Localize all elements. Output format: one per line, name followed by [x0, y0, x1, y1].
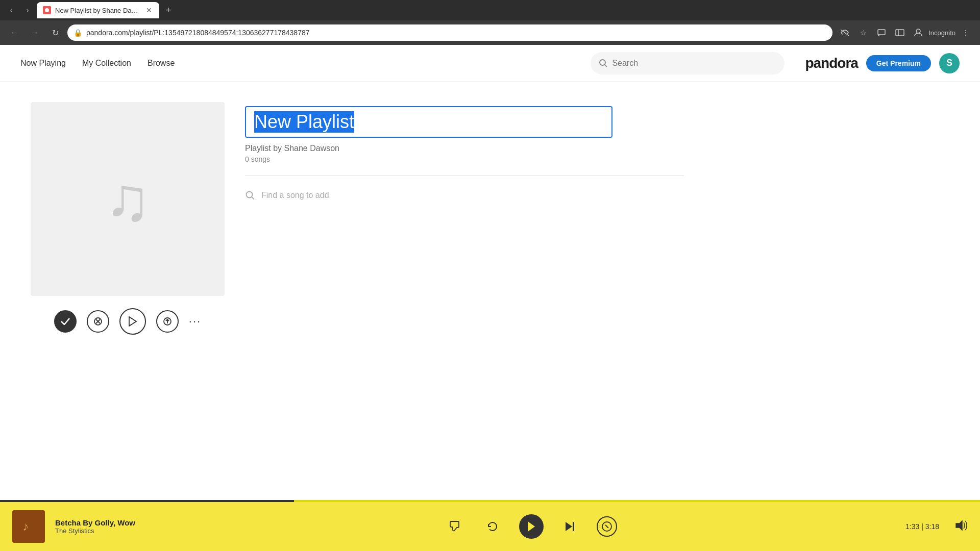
profile-icon[interactable] — [910, 24, 926, 41]
refresh-button[interactable]: ↻ — [47, 24, 63, 41]
album-controls: ··· — [54, 308, 201, 335]
svg-line-21 — [605, 525, 608, 528]
user-avatar[interactable]: S — [939, 53, 960, 73]
player-bar: ♪ Betcha By Golly, Wow The Stylistics 1:… — [0, 502, 980, 551]
main-content: ♫ ··· Playlist by Shane Da — [0, 82, 980, 355]
album-art-section: ♫ ··· — [31, 102, 225, 335]
more-button[interactable]: ··· — [189, 315, 201, 328]
find-song-placeholder: Find a song to add — [261, 191, 329, 200]
svg-rect-2 — [896, 30, 904, 36]
search-bar[interactable] — [591, 52, 785, 74]
search-input[interactable] — [612, 59, 776, 68]
tab-nav-back[interactable]: ‹ — [4, 3, 18, 17]
music-note-icon: ♫ — [105, 164, 151, 234]
playlist-by: Playlist by Shane Dawson — [245, 144, 949, 153]
now-playing-link[interactable]: Now Playing — [20, 59, 66, 68]
skip-forward-button[interactable] — [560, 516, 580, 537]
svg-line-14 — [252, 197, 254, 199]
cast-icon[interactable] — [873, 24, 890, 41]
playlist-info: Playlist by Shane Dawson 0 songs Find a … — [245, 102, 949, 335]
url-text: pandora.com/playlist/PL:1354972180848495… — [86, 29, 826, 37]
svg-rect-15 — [18, 516, 39, 537]
svg-text:♪: ♪ — [22, 519, 29, 533]
address-bar: ← → ↻ 🔒 pandora.com/playlist/PL:13549721… — [0, 20, 980, 45]
player-controls — [167, 514, 895, 539]
time-display: 1:33 | 3:18 — [905, 522, 939, 531]
my-collection-link[interactable]: My Collection — [82, 59, 131, 68]
browser-chrome: ‹ › New Playlist by Shane Dawson ✕ + ← →… — [0, 0, 980, 45]
svg-line-6 — [605, 64, 607, 67]
forward-button[interactable]: → — [27, 24, 43, 41]
mute-button[interactable] — [597, 516, 617, 537]
now-playing-title: Betcha By Golly, Wow — [55, 518, 157, 527]
tab-favicon — [43, 6, 51, 14]
app-container: Now Playing My Collection Browse pandora… — [0, 45, 980, 502]
nav-links: Now Playing My Collection Browse — [20, 59, 570, 68]
svg-point-4 — [916, 29, 920, 33]
browse-link[interactable]: Browse — [148, 59, 175, 68]
replay-button[interactable] — [482, 516, 503, 537]
new-tab-button[interactable]: + — [161, 3, 176, 17]
search-icon — [599, 59, 608, 68]
svg-marker-17 — [528, 521, 535, 532]
svg-point-13 — [247, 192, 253, 198]
lock-icon: 🔒 — [74, 29, 82, 37]
svg-rect-19 — [573, 522, 574, 531]
sidebar-icon[interactable] — [892, 24, 908, 41]
url-bar[interactable]: 🔒 pandora.com/playlist/PL:13549721808484… — [67, 24, 832, 41]
bookmark-icon[interactable]: ☆ — [855, 24, 871, 41]
menu-icon[interactable]: ⋮ — [958, 24, 974, 41]
now-playing-info: Betcha By Golly, Wow The Stylistics — [55, 518, 157, 535]
volume-button[interactable] — [955, 520, 968, 533]
svg-marker-18 — [566, 522, 572, 531]
tab-close-button[interactable]: ✕ — [145, 6, 153, 14]
album-art: ♫ — [31, 102, 225, 296]
tab-bar: ‹ › New Playlist by Shane Dawson ✕ + — [0, 0, 980, 20]
tab-title: New Playlist by Shane Dawson — [55, 7, 141, 14]
svg-point-5 — [600, 60, 605, 65]
main-play-button[interactable] — [519, 514, 544, 539]
now-playing-artist: The Stylistics — [55, 527, 157, 535]
get-premium-button[interactable]: Get Premium — [866, 55, 931, 71]
find-song-search-icon — [245, 190, 255, 201]
thumb-down-button[interactable] — [446, 516, 466, 537]
album-thumbnail: ♪ — [12, 510, 45, 543]
browser-actions: ☆ Incognito ⋮ — [837, 24, 974, 41]
find-song-bar[interactable]: Find a song to add — [245, 184, 949, 207]
incognito-label: Incognito — [928, 29, 955, 37]
pandora-logo: pandora — [805, 55, 857, 71]
play-button[interactable] — [119, 308, 146, 335]
shuffle-button[interactable] — [87, 310, 109, 333]
top-nav: Now Playing My Collection Browse pandora… — [0, 45, 980, 82]
divider — [245, 176, 684, 176]
playlist-name-input[interactable] — [245, 106, 612, 138]
svg-marker-10 — [129, 317, 136, 326]
back-button[interactable]: ← — [6, 24, 22, 41]
share-button[interactable] — [156, 310, 179, 333]
tab-nav-forward[interactable]: › — [20, 3, 35, 17]
song-count: 0 songs — [245, 155, 949, 163]
checkmark-button[interactable] — [54, 310, 77, 333]
eyeslash-icon[interactable] — [837, 24, 853, 41]
svg-point-0 — [45, 8, 49, 12]
svg-rect-1 — [878, 30, 885, 35]
active-tab[interactable]: New Playlist by Shane Dawson ✕ — [37, 2, 159, 18]
svg-marker-22 — [956, 521, 962, 530]
